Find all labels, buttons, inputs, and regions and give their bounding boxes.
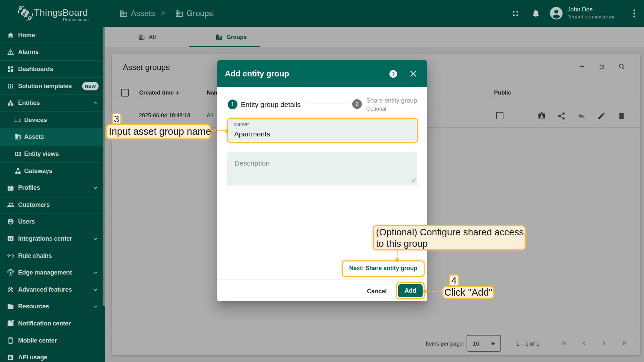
svg-text:?: ? [392,71,395,77]
